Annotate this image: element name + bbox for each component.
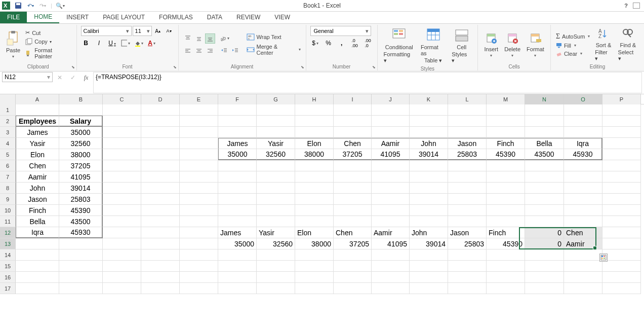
tab-view[interactable]: VIEW [267, 11, 297, 23]
col-header-I[interactable]: I [334, 94, 372, 104]
tab-file[interactable]: FILE [0, 11, 27, 23]
svg-rect-46 [399, 33, 403, 35]
format-painter-button[interactable]: Format Painter [24, 47, 72, 60]
help-icon[interactable]: ? [624, 3, 628, 9]
tab-formulas[interactable]: FORMULAS [152, 11, 200, 23]
svg-rect-74 [603, 258, 605, 259]
align-right-button[interactable] [205, 46, 215, 56]
conditional-formatting-button[interactable]: ConditionalFormatting ▾ [382, 26, 417, 65]
underline-button[interactable]: U [107, 38, 117, 48]
col-header-C[interactable]: C [103, 94, 141, 104]
svg-rect-3 [16, 3, 20, 5]
font-name-select[interactable]: Calibri [81, 26, 132, 36]
align-bottom-button[interactable] [205, 33, 215, 44]
tab-review[interactable]: REVIEW [229, 11, 267, 23]
italic-button[interactable]: I [94, 38, 104, 48]
cancel-formula-button[interactable]: ✕ [55, 73, 65, 83]
col-header-P[interactable]: P [602, 94, 641, 104]
increase-decimal-button[interactable]: .0.00 [350, 38, 360, 48]
col-header-D[interactable]: D [141, 94, 180, 104]
increase-font-button[interactable]: A▴ [153, 26, 163, 36]
save-icon[interactable] [14, 2, 22, 10]
decrease-indent-button[interactable] [219, 46, 229, 56]
svg-rect-62 [536, 39, 541, 42]
col-header-O[interactable]: O [564, 94, 602, 104]
ribbon: Paste▾ ✂Cut Copy▾ Format Painter Clipboa… [0, 24, 644, 71]
col-header-L[interactable]: L [448, 94, 487, 104]
cell-styles-button[interactable]: CellStyles ▾ [450, 26, 473, 65]
row-header-1[interactable]: 1 [0, 104, 16, 116]
select-all-triangle[interactable] [0, 94, 16, 104]
decrease-decimal-button[interactable]: .00.0 [363, 38, 373, 48]
orientation-button[interactable]: ab [219, 33, 229, 44]
accounting-button[interactable]: $ [310, 38, 320, 48]
tab-data[interactable]: DATA [200, 11, 229, 23]
border-button[interactable] [120, 38, 131, 48]
row-header-2[interactable]: 2 [0, 116, 16, 127]
align-middle-button[interactable] [194, 33, 204, 44]
delete-cells-button[interactable]: Delete▾ [502, 26, 522, 63]
excel-icon: X [2, 2, 10, 10]
find-select-button[interactable]: Find &Select ▾ [616, 26, 640, 63]
bold-button[interactable]: B [81, 38, 91, 48]
cell[interactable] [16, 104, 59, 116]
sort-filter-button[interactable]: AZ Sort &Filter ▾ [593, 26, 614, 63]
number-format-select[interactable]: General [310, 26, 371, 36]
window-title: Book1 - Excel [303, 2, 341, 9]
comma-button[interactable]: , [337, 38, 347, 48]
smart-tag-icon[interactable] [599, 254, 608, 262]
col-header-H[interactable]: H [295, 94, 334, 104]
col-header-B[interactable]: B [59, 94, 103, 104]
sigma-icon: Σ [556, 32, 560, 41]
enter-formula-button[interactable]: ✓ [68, 73, 78, 83]
fill-button[interactable]: Fill [555, 42, 591, 49]
col-header-E[interactable]: E [180, 94, 218, 104]
clear-button[interactable]: Clear [555, 50, 591, 57]
decrease-font-button[interactable]: A▾ [164, 26, 174, 36]
tab-home[interactable]: HOME [27, 11, 59, 23]
align-center-button[interactable] [194, 46, 204, 56]
group-styles: ConditionalFormatting ▾ Format asTable ▾… [378, 25, 478, 70]
font-size-select[interactable]: 11 [133, 26, 152, 36]
paste-button[interactable]: Paste▾ [4, 26, 22, 63]
font-color-button[interactable]: A [147, 38, 157, 48]
svg-rect-8 [27, 39, 32, 44]
undo-icon[interactable]: ↶▾ [26, 2, 34, 10]
tab-page-layout[interactable]: PAGE LAYOUT [96, 11, 152, 23]
merge-center-button[interactable]: Merge & Center [246, 43, 302, 56]
print-preview-icon[interactable]: 🔍▾ [56, 2, 64, 10]
svg-rect-52 [456, 30, 468, 35]
redo-icon[interactable]: ↷▾ [38, 2, 47, 10]
svg-rect-61 [531, 34, 539, 37]
col-header-K[interactable]: K [410, 94, 448, 104]
fill-color-button[interactable] [134, 38, 144, 48]
name-box[interactable]: N12 [2, 72, 53, 82]
align-top-button[interactable] [183, 33, 193, 44]
cut-button[interactable]: ✂Cut [24, 29, 72, 37]
alignment-label: Alignment [183, 63, 302, 70]
autosum-button[interactable]: ΣAutoSum [555, 32, 591, 41]
insert-function-button[interactable]: fx [81, 73, 91, 83]
row-header-3[interactable]: 3 [0, 127, 16, 138]
wrap-text-button[interactable]: abcWrap Text [246, 33, 302, 41]
format-cells-button[interactable]: Format▾ [525, 26, 546, 63]
col-header-J[interactable]: J [372, 94, 410, 104]
formula-input[interactable]: {=TRANSPOSE(I3:J12)} [93, 72, 642, 93]
format-as-table-button[interactable]: Format asTable ▾ [419, 26, 448, 65]
copy-button[interactable]: Copy▾ [24, 38, 72, 46]
col-header-N[interactable]: N [525, 94, 564, 104]
increase-indent-button[interactable] [230, 46, 240, 56]
insert-cells-button[interactable]: Insert▾ [482, 26, 500, 63]
svg-rect-44 [399, 30, 403, 32]
svg-rect-6 [7, 39, 13, 45]
ribbon-display-icon[interactable] [633, 3, 640, 9]
align-left-button[interactable] [183, 46, 193, 56]
col-header-F[interactable]: F [218, 94, 257, 104]
tab-insert[interactable]: INSERT [59, 11, 96, 23]
col-header-G[interactable]: G [257, 94, 295, 104]
col-header-M[interactable]: M [487, 94, 525, 104]
col-header-A[interactable]: A [16, 94, 59, 104]
percent-button[interactable]: % [324, 38, 334, 48]
worksheet-grid[interactable]: A B C D E F G H I J K L M N O P 1 2 Empl… [0, 94, 644, 294]
font-label: Font [81, 63, 174, 70]
